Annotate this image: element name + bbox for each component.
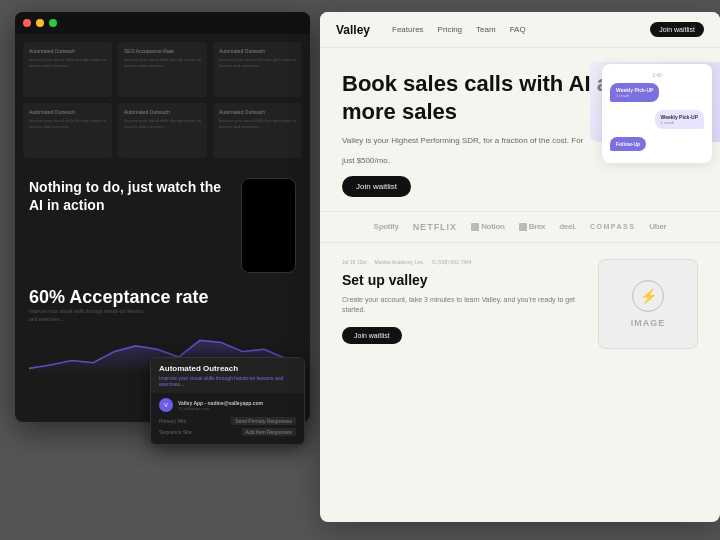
- logo-strip: Spotify NETFLIX Notion Brex deel. COMPAS…: [320, 211, 720, 243]
- card-text: Improve your visual skills through hands…: [124, 118, 201, 129]
- right-window: Valley Features Pricing Team FAQ Join wa…: [320, 12, 720, 522]
- logo-notion: Notion: [471, 222, 505, 231]
- hero-cta-button[interactable]: Join waitlist: [342, 176, 411, 197]
- outreach-subtext: Improve your visual skills through hands…: [159, 375, 296, 387]
- card-text: Improve your visual skills through hands…: [124, 57, 201, 68]
- hero-heading: Nothing to do, just watch the AI in acti…: [29, 178, 229, 214]
- hero-block: Nothing to do, just watch the AI in acti…: [15, 166, 310, 281]
- grid-card: Automated Outreach Improve your visual s…: [213, 42, 302, 97]
- grid-card: Automated Outreach Improve your visual s…: [213, 103, 302, 158]
- minimize-dot[interactable]: [36, 19, 44, 27]
- window-controls: [15, 12, 310, 34]
- outreach-row: Primary Hits Send Primary Responses: [159, 417, 296, 425]
- nav-cta-button[interactable]: Join waitlist: [650, 22, 704, 37]
- avatar: V: [159, 398, 173, 412]
- svg-rect-1: [471, 223, 479, 231]
- grid-card: SEO Acceptance Rate Improve your visual …: [118, 42, 207, 97]
- acceptance-rate: 60% Acceptance rate: [29, 287, 296, 308]
- grid-card: Automated Outreach Improve your visual s…: [23, 103, 112, 158]
- logo-compass: COMPASS: [590, 223, 635, 230]
- setup-description: Create your account, take 3 minutes to l…: [342, 295, 582, 316]
- nav-link-pricing[interactable]: Pricing: [438, 25, 462, 34]
- grid-card: Automated Outreach Improve your visual s…: [118, 103, 207, 158]
- card-title: Automated Outreach: [29, 109, 106, 115]
- svg-rect-2: [519, 223, 527, 231]
- chat-bubble-left: Weekly Pick-UP 1 result: [610, 83, 659, 102]
- outreach-row: Sequence Site: Add Item Responses: [159, 428, 296, 436]
- card-title: SEO Acceptance Rate: [124, 48, 201, 54]
- chat-time: 2:40: [610, 72, 704, 78]
- chat-preview: 2:40 Weekly Pick-UP 1 result Weekly Pick…: [602, 64, 712, 163]
- card-title: Automated Outreach: [124, 109, 201, 115]
- maximize-dot[interactable]: [49, 19, 57, 27]
- card-title: Automated Outreach: [219, 48, 296, 54]
- grid-card: Automated Outreach Improve your visual s…: [23, 42, 112, 97]
- setup-meta: Jul 18 12pt Monika Academy, Lev. G (919)…: [342, 259, 582, 265]
- flash-icon: ⚡: [632, 280, 664, 312]
- lightning-icon: ⚡: [640, 288, 657, 304]
- setup-image: ⚡ IMAGE: [598, 259, 698, 349]
- close-dot[interactable]: [23, 19, 31, 27]
- outreach-body: V Valley App - nadine@valleyapp.com 12 v…: [151, 393, 304, 444]
- card-text: Improve your visual skills through hands…: [29, 118, 106, 129]
- feature-grid: Automated Outreach Improve your visual s…: [15, 34, 310, 166]
- outreach-overlay-card: Automated Outreach Improve your visual s…: [150, 357, 305, 445]
- logo-spotify: Spotify: [374, 222, 399, 231]
- nav-bar: Valley Features Pricing Team FAQ Join wa…: [320, 12, 720, 48]
- outreach-header: Automated Outreach Improve your visual s…: [151, 358, 304, 393]
- desktop-background: Automated Outreach Improve your visual s…: [0, 0, 720, 540]
- setup-section: Jul 18 12pt Monika Academy, Lev. G (919)…: [320, 243, 720, 365]
- setup-block: Jul 18 12pt Monika Academy, Lev. G (919)…: [342, 259, 582, 349]
- setup-heading: Set up valley: [342, 271, 582, 289]
- logo-uber: Uber: [649, 222, 666, 231]
- nav-link-faq[interactable]: FAQ: [510, 25, 526, 34]
- card-text: Improve your visual skills through hands…: [29, 57, 106, 68]
- phone-mockup: [241, 178, 296, 273]
- logo-brex: Brex: [519, 222, 546, 231]
- nav-link-team[interactable]: Team: [476, 25, 496, 34]
- logo-deel: deel.: [559, 222, 576, 231]
- card-title: Automated Outreach: [29, 48, 106, 54]
- nav-logo: Valley: [336, 23, 370, 37]
- card-text: Improve your visual skills through hands…: [219, 118, 296, 129]
- chat-bubble-followup: Follow-Up: [610, 137, 646, 151]
- acceptance-desc: Improve your visual skills through hands…: [29, 308, 149, 323]
- card-title: Automated Outreach: [219, 109, 296, 115]
- nav-link-features[interactable]: Features: [392, 25, 424, 34]
- chat-bubble-right: Weekly Pick-UP 1 result: [655, 110, 704, 129]
- image-placeholder-label: IMAGE: [631, 318, 666, 328]
- logo-netflix: NETFLIX: [413, 222, 458, 232]
- hero-text: Nothing to do, just watch the AI in acti…: [29, 178, 229, 222]
- card-text: Improve your visual skills through hands…: [219, 57, 296, 68]
- setup-cta-button[interactable]: Join waitlist: [342, 327, 402, 344]
